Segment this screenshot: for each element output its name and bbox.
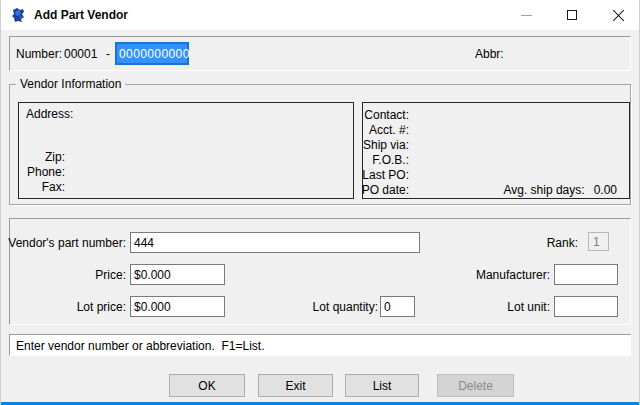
lot-quantity-label: Lot quantity: <box>313 300 378 314</box>
contact-label: Contact: <box>364 108 409 122</box>
address-label: Address: <box>26 107 73 121</box>
po-date-label: PO date: <box>362 183 409 197</box>
rank-field: 1 <box>588 232 609 251</box>
avg-ship-days-row: Avg. ship days: 0.00 <box>503 183 617 197</box>
price-label: Price: <box>95 268 126 282</box>
address-box: Address: Zip: Phone: Fax: <box>18 102 354 199</box>
maximize-icon <box>567 10 577 20</box>
zip-label: Zip: <box>45 150 65 164</box>
fob-label: F.O.B.: <box>372 153 409 167</box>
title-bar[interactable]: Add Part Vendor <box>1 0 639 30</box>
vendor-information-group: Vendor Information Address: Zip: Phone: … <box>9 84 631 205</box>
lot-unit-input[interactable] <box>554 296 618 317</box>
vendor-part-number-input[interactable] <box>130 232 420 253</box>
manufacturer-input[interactable] <box>554 264 618 285</box>
lot-price-input[interactable] <box>130 296 225 317</box>
vendor-part-number-label: Vendor's part number: <box>8 236 126 250</box>
app-logo-icon <box>11 7 27 23</box>
phone-label: Phone: <box>27 165 65 179</box>
price-input[interactable] <box>130 264 225 285</box>
add-part-vendor-window: Add Part Vendor Number: 00001 - 00000000… <box>0 0 640 405</box>
rank-label: Rank: <box>547 236 578 250</box>
list-button[interactable]: List <box>345 374 419 397</box>
number-separator: - <box>106 47 110 61</box>
manufacturer-label: Manufacturer: <box>476 268 550 282</box>
ok-button[interactable]: OK <box>169 374 245 397</box>
vendor-number-input[interactable]: 0000000000 <box>115 42 189 65</box>
number-value: 00001 <box>64 47 97 61</box>
last-po-label: Last PO: <box>362 168 409 182</box>
avg-ship-days-label: Avg. ship days: <box>503 183 584 197</box>
maximize-button[interactable] <box>549 0 595 30</box>
ship-via-label: Ship via: <box>363 138 409 152</box>
close-button[interactable] <box>595 0 640 30</box>
acct-label: Acct. #: <box>369 123 409 137</box>
delete-button[interactable]: Delete <box>437 374 514 397</box>
part-details-panel: Vendor's part number: Rank: 1 Price: Man… <box>9 218 631 325</box>
vendor-number-selected-text: 0000000000 <box>119 47 190 61</box>
status-message: Enter vendor number or abbreviation. F1=… <box>16 339 264 353</box>
lot-price-label: Lot price: <box>77 300 126 314</box>
minimize-icon <box>521 15 532 16</box>
vendor-information-title: Vendor Information <box>16 77 125 91</box>
lot-quantity-input[interactable] <box>380 296 415 317</box>
minimize-button[interactable] <box>503 0 549 30</box>
status-bar: Enter vendor number or abbreviation. F1=… <box>9 334 631 356</box>
fax-label: Fax: <box>42 180 65 194</box>
close-icon <box>612 9 625 22</box>
number-panel: Number: 00001 - 0000000000 Abbr: <box>9 36 631 71</box>
exit-button[interactable]: Exit <box>258 374 333 397</box>
contact-box: Contact: Acct. #: Ship via: F.O.B.: Last… <box>362 102 630 199</box>
lot-unit-label: Lot unit: <box>507 300 550 314</box>
window-title: Add Part Vendor <box>34 8 128 22</box>
avg-ship-days-value: 0.00 <box>594 183 617 197</box>
abbr-label: Abbr: <box>475 47 504 61</box>
number-label: Number: <box>16 47 62 61</box>
